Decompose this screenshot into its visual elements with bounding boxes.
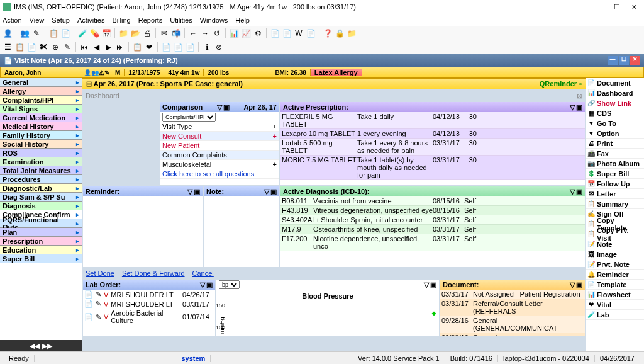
rnav-fax[interactable]: 📠Fax — [586, 149, 644, 159]
set-done-link[interactable]: Set Done — [86, 270, 114, 277]
rnav-note[interactable]: 📝Note — [586, 239, 644, 249]
tool-icon[interactable]: 📊 — [229, 28, 239, 38]
rnav-go-to[interactable]: ▼Go To — [586, 118, 644, 128]
nav-plan[interactable]: Plan▸ — [0, 228, 82, 237]
tool-icon[interactable]: W — [294, 28, 304, 38]
comparison-row[interactable]: New Patient — [160, 141, 279, 151]
rnav-follow-up[interactable]: 📅Follow Up — [586, 179, 644, 189]
mdi-maximize[interactable]: ☐ — [619, 56, 629, 65]
nav-education[interactable]: Education▸ — [0, 246, 82, 254]
rx-row[interactable]: Lexapro 10 mg TABLET1 every evening04/12… — [280, 129, 585, 139]
nav-famhist[interactable]: Family History▸ — [0, 131, 82, 140]
rnav-super-bill[interactable]: 💲Super Bill — [586, 169, 644, 179]
lab-row[interactable]: 📄✎VMRI SHOULDER LT03/31/17 — [83, 299, 215, 309]
nav-diagsum[interactable]: Diag Sum & S/P Su▸ — [0, 193, 82, 202]
menu-billing[interactable]: Billing — [112, 16, 130, 24]
tool-icon[interactable]: 📋 — [132, 42, 142, 52]
tool-icon[interactable]: ✎ — [31, 28, 42, 38]
nav-diagnosis[interactable]: Diagnosis▸ — [0, 202, 82, 210]
nav-ros[interactable]: ROS▸ — [0, 149, 82, 157]
pb-icons[interactable]: 👤👥⚠✎ — [82, 69, 111, 76]
rnav-copy-prv-visit[interactable]: 📋Copy Prv. Visit — [586, 229, 644, 239]
rnav-photo-album[interactable]: 📷Photo Album — [586, 159, 644, 169]
tool-icon[interactable]: 📄 — [185, 42, 195, 52]
dx-row[interactable]: B08.011Vaccinia not from vaccine08/15/16… — [280, 196, 585, 206]
last-icon[interactable]: ⏭ — [115, 42, 125, 52]
tool-icon[interactable]: 📬 — [171, 28, 181, 38]
nav-joint[interactable]: Total Joint Measures▸ — [0, 166, 82, 175]
menu-help[interactable]: Help — [235, 16, 250, 24]
rnav-prvt-note[interactable]: 📝Prvt. Note — [586, 259, 644, 270]
close-icon[interactable]: ⊗ — [214, 42, 224, 52]
tool-icon[interactable]: → — [200, 28, 210, 38]
nav-vital[interactable]: Vital Signs▸ — [0, 105, 82, 113]
filter-icon[interactable]: ▽ — [570, 103, 575, 111]
tool-icon[interactable]: ⚙ — [253, 28, 263, 38]
dx-row[interactable]: H43.819Vitreous degeneration, unspecifie… — [280, 206, 585, 215]
dx-row[interactable]: F17.200Nicotine dependence, unspecified,… — [280, 234, 585, 251]
nav-curmed[interactable]: Current Medication▸ — [0, 113, 82, 122]
filter-icon[interactable]: ▽ — [264, 188, 269, 196]
comparison-row[interactable]: Musculoskeletal+ — [160, 160, 279, 169]
tool-icon[interactable]: ☰ — [3, 42, 13, 52]
rnav-letter[interactable]: ✉Letter — [586, 189, 644, 199]
menu-setup[interactable]: Setup — [52, 16, 70, 24]
tool-icon[interactable]: 📄 — [60, 28, 70, 38]
dx-row[interactable]: S43.402ALt Shoulder Sprain, initial enco… — [280, 215, 585, 225]
tool-icon[interactable]: 📄 — [270, 28, 280, 38]
see-all-link[interactable]: Click here to see all questions — [162, 170, 254, 178]
set-done-forward-link[interactable]: Set Done & Forward — [122, 270, 185, 277]
help-icon[interactable]: ❓ — [323, 28, 333, 38]
nav-prescription[interactable]: Prescription▸ — [0, 237, 82, 246]
tool-icon[interactable]: 📁 — [118, 28, 128, 38]
tool-icon[interactable]: 🧪 — [77, 28, 87, 38]
panel-menu-icon[interactable]: ▣ — [270, 188, 277, 196]
filter-icon[interactable]: ▽ — [200, 281, 205, 289]
prev-icon[interactable]: ◀ — [91, 42, 101, 52]
rnav-vital[interactable]: ❤Vital — [586, 300, 644, 310]
tool-icon[interactable]: ✉ — [159, 28, 169, 38]
minimize-button[interactable]: — — [596, 3, 604, 11]
left-nav-pager[interactable]: ◀◀▶▶ — [0, 340, 82, 351]
rnav-option[interactable]: ▼Option — [586, 128, 644, 139]
panel-menu-icon[interactable]: ▣ — [430, 281, 436, 289]
maximize-button[interactable]: ☐ — [614, 3, 621, 11]
tool-icon[interactable]: ❤ — [144, 42, 154, 52]
rnav-flowsheet[interactable]: 📊Flowsheet — [586, 290, 644, 300]
tool-icon[interactable]: 📄 — [26, 42, 36, 52]
tool-icon[interactable]: 📄 — [161, 42, 171, 52]
tool-icon[interactable]: 📂 — [130, 28, 140, 38]
rnav-dashboard[interactable]: 📊Dashboard — [586, 88, 644, 98]
nav-general[interactable]: General▸ — [0, 78, 82, 87]
rnav-cds[interactable]: ▦CDS — [586, 108, 644, 118]
panel-menu-icon[interactable]: ▣ — [576, 103, 582, 111]
tool-icon[interactable]: 🖨 — [142, 28, 152, 38]
filter-icon[interactable]: ▽ — [570, 188, 575, 196]
menu-view[interactable]: View — [30, 16, 45, 24]
rnav-show-link[interactable]: 🔗Show Link — [586, 98, 644, 108]
rnav-summary[interactable]: 📋Summary — [586, 199, 644, 209]
tool-icon[interactable]: 📋 — [14, 42, 25, 52]
rnav-print[interactable]: 🖨Print — [586, 139, 644, 149]
filter-icon[interactable]: ▽ — [570, 281, 575, 289]
filter-icon[interactable]: ▽ — [424, 281, 429, 289]
filter-icon[interactable]: ▽ — [187, 188, 192, 196]
tool-icon[interactable]: ← — [188, 28, 198, 38]
rnav-reminder[interactable]: 🔔Reminder — [586, 270, 644, 280]
qreminder-link[interactable]: QReminder — [540, 80, 577, 88]
nav-complaints[interactable]: Complaints/HPI▸ — [0, 96, 82, 105]
doc-row[interactable]: 09/28/16General (GENERAL/COMMUNICAT — [440, 316, 585, 333]
menu-windows[interactable]: Windows — [200, 16, 228, 24]
rnav-lab[interactable]: 🧪Lab — [586, 310, 644, 320]
panel-menu-icon[interactable]: ▣ — [223, 103, 230, 111]
tool-icon[interactable]: 💊 — [89, 28, 99, 38]
tool-icon[interactable]: 📁 — [347, 28, 357, 38]
lab-row[interactable]: 📄✎VAerobic Bacterial Culture01/07/14 — [83, 309, 215, 325]
nav-exam[interactable]: Examination▸ — [0, 157, 82, 166]
collapse-icon[interactable]: ⊟ — [86, 80, 92, 88]
menu-reports[interactable]: Reports — [138, 16, 163, 24]
tool-icon[interactable]: 👥 — [19, 28, 30, 38]
panel-menu-icon[interactable]: ▣ — [576, 281, 582, 289]
close-button[interactable]: ✕ — [631, 3, 639, 11]
chart-dropdown[interactable]: bp — [219, 280, 240, 289]
